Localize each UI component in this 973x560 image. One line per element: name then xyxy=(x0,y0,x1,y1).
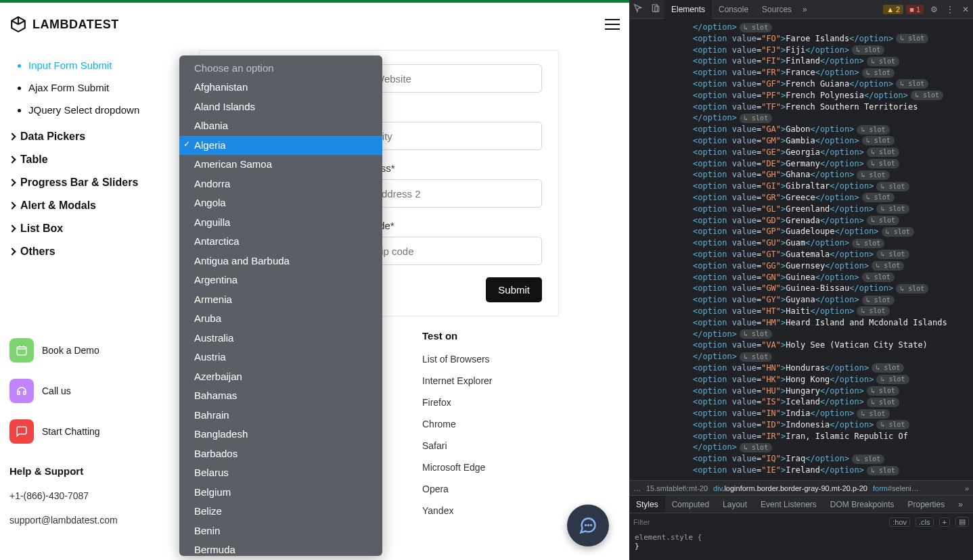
dom-node[interactable]: <option value="FR">France</option>↳ slot xyxy=(650,67,973,78)
chat-fab[interactable] xyxy=(567,505,609,546)
dom-bp-tab[interactable]: DOM Breakpoints xyxy=(823,496,901,513)
dom-node[interactable]: <option value="IS">Iceland</option>↳ slo… xyxy=(650,396,973,408)
errors-badge[interactable]: ■1 xyxy=(906,5,924,14)
dom-node[interactable]: <option value="DE">Germany</option>↳ slo… xyxy=(650,158,973,170)
dom-node[interactable]: <option value="GN">Guinea</option>↳ slot xyxy=(650,272,973,283)
dropdown-option[interactable]: Belgium xyxy=(179,483,382,503)
dropdown-option[interactable]: Algeria xyxy=(179,136,382,156)
teston-link[interactable]: Opera xyxy=(422,484,493,494)
dom-node[interactable]: <option value="HK">Hong Kong</option>↳ s… xyxy=(650,374,973,386)
tab-console[interactable]: Console xyxy=(712,0,755,19)
tab-sources[interactable]: Sources xyxy=(755,0,798,19)
city-input[interactable] xyxy=(366,122,542,150)
country-dropdown[interactable]: Choose an option AfghanistanAland Island… xyxy=(179,55,382,556)
dom-node[interactable]: <option value="IR">Iran, Islamic Republi… xyxy=(650,431,973,454)
dropdown-option[interactable]: Belarus xyxy=(179,463,382,483)
sidebar-section[interactable]: List Box xyxy=(9,217,172,240)
dom-node[interactable]: <option value="ID">Indonesia</option>↳ s… xyxy=(650,419,973,431)
tab-elements[interactable]: Elements xyxy=(664,0,712,19)
dropdown-option[interactable]: Albania xyxy=(179,116,382,136)
dropdown-option[interactable]: Bangladesh xyxy=(179,425,382,444)
dom-node[interactable]: <option value="GM">Gambia</option>↳ slot xyxy=(650,135,973,147)
teston-link[interactable]: Internet Explorer xyxy=(422,375,493,386)
teston-link[interactable]: Firefox xyxy=(422,397,493,408)
styles-filter-input[interactable] xyxy=(633,518,884,526)
submit-button[interactable]: Submit xyxy=(486,277,542,302)
kebab-icon[interactable]: ⋮ xyxy=(942,5,958,14)
hamburger-menu[interactable] xyxy=(605,19,620,30)
dropdown-option[interactable]: Argentina xyxy=(179,271,382,290)
dom-node[interactable]: <option value="HN">Honduras</option>↳ sl… xyxy=(650,363,973,374)
dropdown-option[interactable]: Bahrain xyxy=(179,406,382,425)
dropdown-option[interactable]: Antarctica xyxy=(179,232,382,252)
sidebar-item[interactable]: Input Form Submit xyxy=(28,54,172,76)
dropdown-option[interactable]: Aruba xyxy=(179,309,382,329)
inspect-icon[interactable] xyxy=(629,3,647,15)
teston-link[interactable]: Microsoft Edge xyxy=(422,462,493,473)
breadcrumb[interactable]: … 15.smtablet\:mt-20 divdiv.loginform.bo… xyxy=(629,480,973,495)
dom-node[interactable]: <option value="GR">Greece</option>↳ slot xyxy=(650,192,973,204)
dom-node[interactable]: <option value="GT">Guatemala</option>↳ s… xyxy=(650,249,973,260)
zip-input[interactable] xyxy=(366,237,542,265)
properties-tab[interactable]: Properties xyxy=(901,496,952,513)
dropdown-option[interactable]: Antigua and Barbuda xyxy=(179,252,382,271)
dropdown-option[interactable]: Andorra xyxy=(179,174,382,194)
dropdown-option[interactable]: Angola xyxy=(179,193,382,213)
device-toggle-icon[interactable] xyxy=(647,3,664,15)
dropdown-option[interactable]: Australia xyxy=(179,329,382,348)
sidebar-section[interactable]: Data Pickers xyxy=(9,125,172,148)
dom-node[interactable]: <option value="GL">Greenland</option>↳ s… xyxy=(650,204,973,215)
toggle-sidebar-icon[interactable]: ▤ xyxy=(955,517,969,527)
close-icon[interactable]: ✕ xyxy=(958,5,973,14)
dom-node[interactable]: <option value="GY">Guyana</option>↳ slot xyxy=(650,294,973,306)
teston-link[interactable]: Chrome xyxy=(422,419,493,429)
dom-node[interactable]: <option value="TF">French Southern Terri… xyxy=(650,101,973,124)
dom-node[interactable]: <option value="IQ">Iraq</option>↳ slot xyxy=(650,453,973,465)
sidebar-section[interactable]: Progress Bar & Sliders xyxy=(9,171,172,194)
dropdown-option[interactable]: Bahamas xyxy=(179,386,382,406)
dropdown-option[interactable]: Aland Islands xyxy=(179,97,382,117)
dom-node[interactable]: <option value="FJ">Fiji</option>↳ slot xyxy=(650,45,973,56)
dropdown-option[interactable]: Bermuda xyxy=(179,540,382,556)
more-styles-tabs[interactable]: » xyxy=(951,496,970,513)
teston-link[interactable]: Safari xyxy=(422,440,493,451)
dom-node[interactable]: <option value="VA">Holy See (Vatican Cit… xyxy=(650,340,973,363)
dom-node[interactable]: <option value="GU">Guam</option>↳ slot xyxy=(650,237,973,249)
listeners-tab[interactable]: Event Listeners xyxy=(754,496,823,513)
dropdown-option[interactable]: Austria xyxy=(179,348,382,367)
dropdown-option[interactable]: Afghanistan xyxy=(179,78,382,97)
dropdown-option[interactable]: Armenia xyxy=(179,290,382,310)
teston-link[interactable]: Yandex xyxy=(422,505,493,516)
dom-node[interactable]: <option value="GP">Guadeloupe</option>↳ … xyxy=(650,226,973,237)
dom-node[interactable]: <option value="GA">Gabon</option>↳ slot xyxy=(650,124,973,135)
sidebar-item[interactable]: JQuery Select dropdown xyxy=(28,99,172,121)
dom-node[interactable]: <option value="GD">Grenada</option>↳ slo… xyxy=(650,215,973,227)
website-input[interactable] xyxy=(366,64,542,93)
dom-node[interactable]: <option value="GI">Gibraltar</option>↳ s… xyxy=(650,181,973,192)
dropdown-option[interactable]: Anguilla xyxy=(179,213,382,233)
dropdown-option[interactable]: Benin xyxy=(179,521,382,541)
teston-link[interactable]: List of Browsers xyxy=(422,354,493,365)
dom-node[interactable]: <option value="GH">Ghana</option>↳ slot xyxy=(650,169,973,181)
dropdown-option[interactable]: American Samoa xyxy=(179,155,382,174)
sidebar-item[interactable]: Ajax Form Submit xyxy=(28,76,172,99)
sidebar-section[interactable]: Others xyxy=(9,240,172,263)
hov-toggle[interactable]: :hov xyxy=(889,517,910,527)
computed-tab[interactable]: Computed xyxy=(665,496,716,513)
cls-toggle[interactable]: .cls xyxy=(915,517,934,527)
dom-node[interactable]: <option value="GG">Guernsey</option>↳ sl… xyxy=(650,260,973,272)
gear-icon[interactable]: ⚙ xyxy=(926,5,942,14)
dom-node[interactable]: <option value="FI">Finland</option>↳ slo… xyxy=(650,55,973,67)
styles-body[interactable]: element.style { } xyxy=(629,530,973,560)
address-input[interactable] xyxy=(366,179,542,208)
dom-node[interactable]: <option value="HM">Heard Island and Mcdo… xyxy=(650,317,973,340)
new-style-rule[interactable]: + xyxy=(939,517,950,527)
dom-node[interactable]: <option value="GW">Guinea-Bissau</option… xyxy=(650,283,973,294)
brand-logo[interactable]: LAMBDATEST xyxy=(9,16,119,33)
dropdown-option[interactable]: Barbados xyxy=(179,444,382,464)
dom-node[interactable]: <option value="FO">Faroe Islands</option… xyxy=(650,33,973,45)
dom-node[interactable]: <option value="IE">Ireland</option>↳ slo… xyxy=(650,465,973,476)
dom-node[interactable]: <option value="IN">India</option>↳ slot xyxy=(650,408,973,419)
dom-node[interactable]: <option value="HU">Hungary</option>↳ slo… xyxy=(650,386,973,397)
dropdown-option[interactable]: Azerbaijan xyxy=(179,367,382,387)
